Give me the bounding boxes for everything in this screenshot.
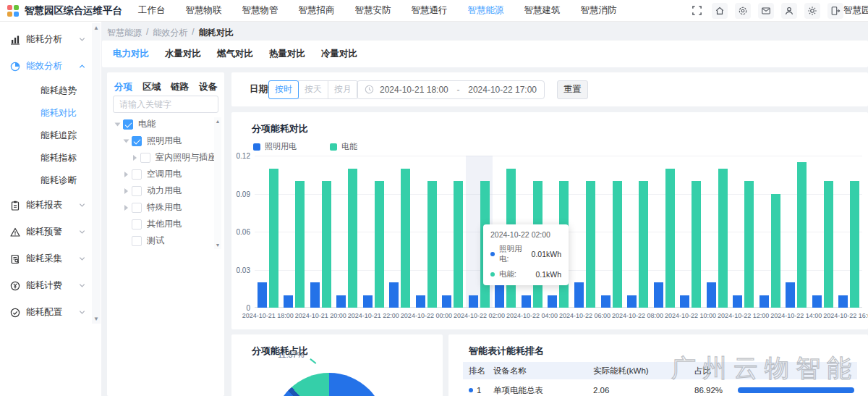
mail-icon[interactable] bbox=[758, 3, 774, 19]
bar-照明用电[interactable] bbox=[786, 282, 795, 308]
sidebar-item-能耗采集[interactable]: 能耗采集 bbox=[0, 245, 93, 272]
fullscreen-icon[interactable] bbox=[689, 3, 705, 19]
table-row[interactable]: 1单项电能总表2.0686.92% bbox=[463, 381, 857, 396]
tab-热量对比[interactable]: 热量对比 bbox=[269, 48, 305, 60]
reset-button[interactable]: 重置 bbox=[557, 80, 588, 99]
tree-checkbox[interactable] bbox=[132, 169, 142, 180]
bar-照明用电[interactable] bbox=[812, 295, 822, 308]
tab-冷量对比[interactable]: 冷量对比 bbox=[321, 48, 357, 60]
sidebar-item-能耗报表[interactable]: 能耗报表 bbox=[0, 192, 93, 219]
tree-checkbox[interactable] bbox=[132, 236, 142, 246]
tree-checkbox[interactable] bbox=[140, 153, 150, 163]
granularity-按时[interactable]: 按时 bbox=[268, 80, 299, 99]
tree-node-特殊用电[interactable]: 特殊用电 bbox=[107, 199, 216, 216]
nav-item[interactable]: 智慧建筑 bbox=[524, 4, 561, 17]
bar-照明用电[interactable] bbox=[284, 295, 293, 308]
sidebar-subitem-能耗趋势[interactable]: 能耗趋势 bbox=[0, 80, 93, 102]
sidebar-item-能耗配置[interactable]: 能耗配置 bbox=[0, 299, 93, 326]
date-start[interactable]: 2024-10-21 18:00 bbox=[380, 85, 448, 95]
tab-水量对比[interactable]: 水量对比 bbox=[165, 48, 201, 60]
granularity-按天[interactable]: 按天 bbox=[298, 80, 328, 99]
dimension-tab-链路[interactable]: 链路 bbox=[171, 81, 189, 93]
sidebar-subitem-能耗对比[interactable]: 能耗对比 bbox=[0, 102, 93, 125]
bar-电能[interactable] bbox=[613, 181, 622, 308]
scroll-down-icon[interactable]: ▼ bbox=[216, 243, 221, 248]
tab-燃气对比[interactable]: 燃气对比 bbox=[217, 48, 253, 60]
bar-照明用电[interactable] bbox=[601, 295, 610, 308]
bar-照明用电[interactable] bbox=[469, 295, 478, 308]
tree-node-其他用电[interactable]: 其他用电 bbox=[107, 216, 216, 232]
bar-照明用电[interactable] bbox=[838, 295, 848, 308]
bar-电能[interactable] bbox=[824, 181, 833, 308]
scroll-up-icon[interactable]: ▲ bbox=[216, 119, 221, 124]
dimension-tab-区域[interactable]: 区域 bbox=[142, 81, 161, 93]
bar-照明用电[interactable] bbox=[654, 282, 663, 308]
bar-电能[interactable] bbox=[692, 181, 701, 308]
bar-照明用电[interactable] bbox=[548, 295, 557, 308]
tab-电力对比[interactable]: 电力对比 bbox=[113, 48, 149, 60]
tree-checkbox[interactable] bbox=[132, 136, 142, 146]
bar-电能[interactable] bbox=[322, 181, 331, 308]
bar-电能[interactable] bbox=[401, 169, 410, 308]
bar-照明用电[interactable] bbox=[760, 295, 769, 308]
bar-照明用电[interactable] bbox=[574, 282, 584, 308]
bar-电能[interactable] bbox=[586, 181, 595, 308]
tree-scrollbar[interactable]: ▲ ▼ bbox=[214, 117, 221, 249]
caret-icon[interactable] bbox=[133, 155, 137, 161]
sidebar-scrollbar[interactable]: ▲ ▼ bbox=[92, 23, 101, 324]
tree-node-室内照明与插座[interactable]: 室内照明与插座 bbox=[107, 149, 216, 166]
caret-icon[interactable] bbox=[124, 139, 129, 143]
nav-item[interactable]: 智慧通行 bbox=[412, 4, 448, 17]
tree-checkbox[interactable] bbox=[132, 203, 142, 213]
tree-node-照明用电[interactable]: 照明用电 bbox=[107, 132, 216, 149]
bar-电能[interactable] bbox=[797, 162, 807, 308]
nav-item[interactable]: 智慧物联 bbox=[186, 4, 222, 17]
bar-照明用电[interactable] bbox=[707, 282, 716, 308]
granularity-按月[interactable]: 按月 bbox=[328, 80, 358, 99]
sidebar-item-能耗计费[interactable]: 能耗计费 bbox=[0, 272, 93, 299]
dimension-tab-分项[interactable]: 分项 bbox=[114, 81, 132, 93]
user-icon[interactable] bbox=[781, 3, 797, 19]
legend-item-电能[interactable]: 电能 bbox=[330, 141, 357, 152]
bar-照明用电[interactable] bbox=[310, 282, 320, 308]
bar-电能[interactable] bbox=[744, 181, 754, 308]
bar-照明用电[interactable] bbox=[258, 282, 267, 308]
tree-node-电能[interactable]: 电能 bbox=[107, 116, 216, 132]
tree-search-input[interactable] bbox=[113, 96, 218, 113]
scroll-down-icon[interactable]: ▼ bbox=[93, 316, 99, 322]
sidebar-subitem-能耗诊断[interactable]: 能耗诊断 bbox=[0, 169, 93, 192]
tree-checkbox[interactable] bbox=[123, 119, 133, 130]
caret-icon[interactable] bbox=[124, 172, 128, 177]
nav-item[interactable]: 工作台 bbox=[138, 4, 166, 17]
breadcrumb-item[interactable]: 智慧能源 bbox=[107, 27, 142, 39]
date-range-picker[interactable]: 2024-10-21 18:00 - 2024-10-22 17:00 bbox=[357, 80, 545, 99]
bar-电能[interactable] bbox=[269, 169, 278, 308]
bar-照明用电[interactable] bbox=[363, 295, 373, 308]
tree-checkbox[interactable] bbox=[132, 219, 142, 229]
user-label[interactable]: 智慧园 bbox=[843, 4, 868, 17]
bar-照明用电[interactable] bbox=[495, 282, 504, 308]
bar-照明用电[interactable] bbox=[733, 295, 742, 308]
bar-电能[interactable] bbox=[718, 169, 728, 308]
sidebar-item-能耗预警[interactable]: 能耗预警 bbox=[0, 219, 93, 245]
legend-item-照明用电[interactable]: 照明用电 bbox=[253, 141, 297, 152]
dimension-tab-设备[interactable]: 设备 bbox=[199, 81, 217, 93]
bar-电能[interactable] bbox=[771, 194, 780, 308]
bar-电能[interactable] bbox=[348, 169, 357, 308]
nav-item[interactable]: 智慧能源 bbox=[468, 4, 504, 17]
bar-电能[interactable] bbox=[427, 181, 437, 308]
nav-item[interactable]: 智慧安防 bbox=[355, 4, 391, 17]
bar-电能[interactable] bbox=[639, 181, 648, 308]
bar-电能[interactable] bbox=[375, 181, 384, 308]
tree-node-动力用电[interactable]: 动力用电 bbox=[107, 182, 216, 199]
home-icon[interactable] bbox=[712, 3, 728, 19]
tree-checkbox[interactable] bbox=[132, 186, 142, 196]
bar-照明用电[interactable] bbox=[680, 295, 689, 308]
tree-node-测试[interactable]: 测试 bbox=[107, 232, 216, 249]
bar-照明用电[interactable] bbox=[627, 295, 637, 308]
bar-照明用电[interactable] bbox=[442, 295, 451, 308]
sidebar-item-能耗分析[interactable]: 能耗分析 bbox=[0, 26, 93, 53]
sidebar-item-能效分析[interactable]: 能效分析 bbox=[0, 53, 93, 80]
bar-电能[interactable] bbox=[665, 169, 675, 308]
caret-icon[interactable] bbox=[124, 205, 128, 211]
